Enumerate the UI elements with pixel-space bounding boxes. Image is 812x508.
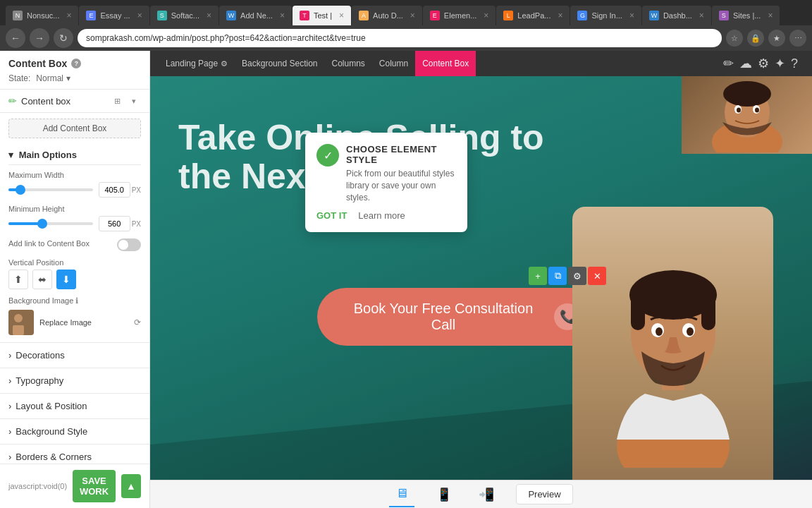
tab-close[interactable]: ×: [558, 11, 562, 20]
tab-favicon: W: [226, 11, 236, 20]
decorations-header[interactable]: › Decorations: [0, 343, 149, 368]
back-button[interactable]: ←: [6, 28, 25, 48]
replace-image-button[interactable]: Replace Image: [39, 318, 128, 327]
bookmark-icon[interactable]: ☆: [726, 30, 743, 47]
max-width-input[interactable]: 405.0: [99, 182, 130, 198]
vpos-bottom-button[interactable]: ⬇: [56, 270, 76, 289]
breadcrumb-content-box[interactable]: Content Box: [415, 51, 476, 76]
grid-icon[interactable]: ⊞: [110, 94, 124, 108]
replace-icon: ⟳: [134, 318, 141, 327]
popup-description: Pick from our beautiful styles library o…: [346, 168, 456, 203]
content-box-section-header[interactable]: ✏ Content box ⊞ ▾: [0, 90, 149, 112]
main-options-header[interactable]: ▾ Main Options: [8, 144, 141, 165]
help-icon[interactable]: ?: [71, 59, 81, 68]
tab-close[interactable]: ×: [207, 11, 211, 20]
tab-close[interactable]: ×: [410, 11, 415, 20]
cloud-icon[interactable]: ☁: [739, 56, 752, 71]
add-content-box-button[interactable]: Add Content Box: [8, 119, 141, 138]
cta-button[interactable]: Book Your Free Consultation Call 📞: [317, 288, 606, 346]
tab-leadpa[interactable]: L LeadPa... ×: [496, 6, 570, 25]
canvas: Landing Page ⚙ Background Section Column…: [150, 51, 812, 508]
forward-button[interactable]: →: [30, 28, 49, 48]
sidebar-title-text: Content Box: [8, 58, 67, 69]
bg-image-row: Replace Image ⟳: [8, 310, 141, 335]
vpos-top-button[interactable]: ⬆: [8, 270, 28, 289]
tab-favicon: N: [13, 11, 23, 20]
tablet-view-button[interactable]: 📱: [431, 482, 457, 507]
wand-icon[interactable]: ✦: [775, 56, 785, 71]
profile-image: [572, 207, 773, 480]
tab-dashb[interactable]: W Dashb... ×: [642, 6, 711, 25]
max-width-slider[interactable]: [8, 188, 93, 191]
tab-softac[interactable]: S Softac... ×: [150, 6, 219, 25]
tab-nonsu[interactable]: N Nonsuc... ×: [6, 6, 78, 25]
tab-close[interactable]: ×: [484, 11, 488, 20]
svg-rect-2: [13, 325, 24, 335]
tab-favicon: W: [649, 11, 659, 20]
save-expand-button[interactable]: ▲: [121, 474, 141, 498]
tab-essay[interactable]: E Essay ... ×: [79, 6, 149, 25]
toolbar-settings-button[interactable]: ⚙: [568, 267, 586, 285]
reload-button[interactable]: ↻: [54, 28, 73, 48]
min-height-label: Minimum Height: [8, 205, 141, 213]
svg-point-17: [723, 81, 771, 107]
tab-close[interactable]: ×: [339, 11, 344, 20]
min-height-thumb[interactable]: [37, 219, 47, 229]
webcam-overlay: [682, 76, 812, 154]
tab-sites[interactable]: S Sites |... ×: [712, 6, 780, 25]
got-it-button[interactable]: GOT IT: [316, 210, 347, 221]
edit-pen-icon[interactable]: ✏: [723, 56, 734, 71]
min-height-slider[interactable]: [8, 222, 93, 225]
tab-close[interactable]: ×: [699, 11, 704, 20]
learn-more-link[interactable]: Learn more: [358, 210, 405, 221]
breadcrumb-landing-page[interactable]: Landing Page ⚙: [159, 51, 235, 76]
add-link-toggle[interactable]: [117, 238, 141, 251]
question-icon[interactable]: ?: [791, 56, 798, 71]
style-chooser-popup: ✓ CHOOSE ELEMENT STYLE Pick from our bea…: [305, 133, 467, 232]
tab-autod[interactable]: A Auto D... ×: [352, 6, 422, 25]
mobile-view-button[interactable]: 📲: [474, 482, 499, 507]
save-work-button[interactable]: SAVE WORK: [73, 470, 116, 502]
tab-test-active[interactable]: T Test | ×: [293, 6, 351, 25]
typography-section: › Typography: [0, 368, 149, 393]
info-icon[interactable]: ℹ: [75, 296, 78, 305]
sidebar-inner: ✏ Content box ⊞ ▾ Add Content Box ▾ Main…: [0, 90, 149, 508]
svg-rect-9: [701, 295, 715, 330]
preview-button[interactable]: Preview: [516, 484, 572, 504]
layout-pos-section: › Layout & Position: [0, 393, 149, 418]
tab-close[interactable]: ×: [280, 11, 285, 20]
toolbar-add-button[interactable]: +: [529, 267, 547, 285]
bg-style-header[interactable]: › Background Style: [0, 419, 149, 444]
toolbar-copy-button[interactable]: ⧉: [548, 267, 567, 285]
layout-pos-header[interactable]: › Layout & Position: [0, 394, 149, 418]
tab-close[interactable]: ×: [768, 11, 773, 20]
address-bar[interactable]: somprakash.com/wp-admin/post.php?post=64…: [78, 29, 722, 47]
breadcrumb-columns[interactable]: Columns: [324, 51, 371, 76]
state-dropdown[interactable]: Normal ▾: [36, 73, 70, 83]
ext-icon-2[interactable]: ★: [768, 30, 785, 47]
address-bar-row: ← → ↻ somprakash.com/wp-admin/post.php?p…: [0, 25, 812, 51]
chevron-up-icon[interactable]: ▾: [127, 94, 141, 108]
tab-signin[interactable]: G Sign In... ×: [570, 6, 641, 25]
ext-icon-1[interactable]: 🔒: [747, 30, 764, 47]
breadcrumb-bg-section[interactable]: Background Section: [235, 51, 324, 76]
main-options-section: ▾ Main Options Maximum Width 405.0 PX: [0, 144, 149, 335]
svg-point-1: [14, 314, 23, 322]
cta-content-box[interactable]: + ⧉ ⚙ ✕ Book Your Free Consultation Call…: [317, 288, 606, 346]
typography-header[interactable]: › Typography: [0, 368, 149, 393]
vertical-pos-label: Vertical Position: [8, 258, 141, 267]
desktop-view-button[interactable]: 🖥: [389, 482, 414, 507]
breadcrumb-column[interactable]: Column: [372, 51, 415, 76]
tab-addne[interactable]: W Add Ne... ×: [219, 6, 292, 25]
tab-elemen[interactable]: E Elemen... ×: [423, 6, 496, 25]
tab-close[interactable]: ×: [66, 11, 71, 20]
max-width-thumb[interactable]: [16, 185, 25, 195]
tab-close[interactable]: ×: [137, 11, 142, 20]
min-height-input[interactable]: 560: [99, 216, 130, 231]
ext-icon-3[interactable]: ⋯: [789, 30, 806, 47]
tab-close[interactable]: ×: [629, 11, 634, 20]
toolbar-delete-button[interactable]: ✕: [588, 267, 606, 285]
settings-icon[interactable]: ⚙: [758, 56, 769, 71]
gear-icon: ⚙: [221, 59, 228, 68]
vpos-middle-button[interactable]: ⬌: [32, 270, 52, 289]
